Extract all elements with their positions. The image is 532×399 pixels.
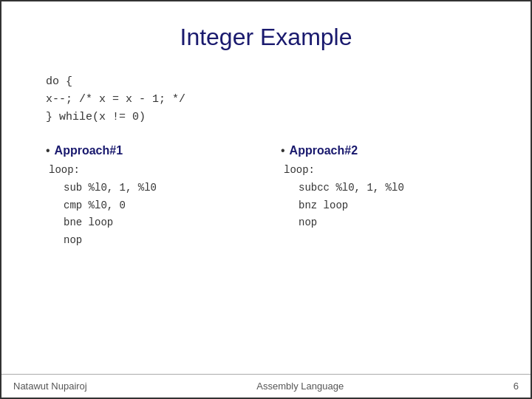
- approach2-column: • Approach#2 loop: subcc %l0, 1, %l0 bnz…: [281, 144, 486, 250]
- slide-title: Integer Example: [46, 24, 486, 51]
- columns-container: • Approach#1 loop: sub %l0, 1, %l0 cmp %…: [46, 144, 486, 250]
- footer-page: 6: [514, 381, 519, 392]
- footer-subject: Assembly Language: [256, 381, 344, 392]
- main-code-block: do { x--; /* x = x - 1; */ } while(x != …: [46, 73, 486, 126]
- code-line-3: } while(x != 0): [46, 109, 486, 126]
- approach1-line-2: cmp %l0, 0: [49, 197, 251, 215]
- slide: Integer Example do { x--; /* x = x - 1; …: [0, 0, 532, 399]
- code-line-2: x--; /* x = x - 1; */: [46, 91, 486, 109]
- approach1-column: • Approach#1 loop: sub %l0, 1, %l0 cmp %…: [46, 144, 251, 250]
- slide-footer: Natawut Nupairoj Assembly Language 6: [1, 374, 531, 398]
- approach1-header: • Approach#1: [46, 144, 251, 157]
- approach1-line-4: nop: [49, 232, 251, 250]
- code-line-1: do {: [46, 73, 486, 91]
- approach2-line-1: subcc %l0, 1, %l0: [284, 180, 486, 197]
- approach2-title: Approach#2: [290, 144, 358, 157]
- approach1-line-3: bne loop: [49, 214, 251, 232]
- slide-content: Integer Example do { x--; /* x = x - 1; …: [1, 1, 531, 374]
- approach2-line-3: nop: [284, 214, 486, 232]
- approach1-line-1: sub %l0, 1, %l0: [49, 180, 251, 197]
- approach2-code: loop: subcc %l0, 1, %l0 bnz loop nop: [281, 162, 486, 232]
- footer-author: Natawut Nupairoj: [13, 381, 87, 392]
- approach2-line-0: loop:: [284, 162, 486, 180]
- approach1-code: loop: sub %l0, 1, %l0 cmp %l0, 0 bne loo…: [46, 162, 251, 250]
- approach1-bullet: •: [46, 144, 50, 157]
- approach2-bullet: •: [281, 144, 285, 157]
- approach2-header: • Approach#2: [281, 144, 486, 157]
- approach1-line-0: loop:: [49, 162, 251, 180]
- approach2-line-2: bnz loop: [284, 197, 486, 215]
- approach1-title: Approach#1: [55, 144, 123, 157]
